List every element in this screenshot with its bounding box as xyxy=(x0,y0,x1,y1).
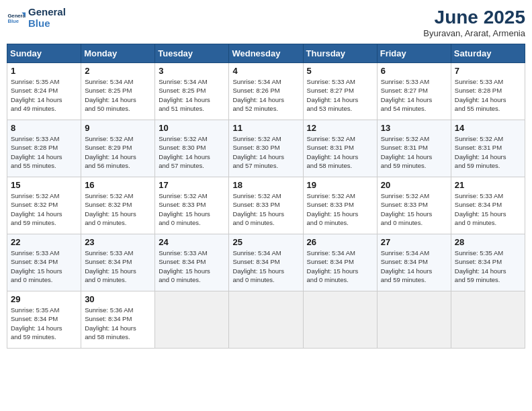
day-number: 27 xyxy=(381,237,447,247)
day-number: 13 xyxy=(381,123,447,133)
calendar-header-row: Sunday Monday Tuesday Wednesday Thursday… xyxy=(7,44,525,63)
day-number: 28 xyxy=(455,237,521,247)
day-number: 14 xyxy=(455,123,521,133)
day-cell: 1Sunrise: 5:35 AM Sunset: 8:24 PM Daylig… xyxy=(7,63,81,120)
day-number: 22 xyxy=(11,237,77,247)
day-number: 30 xyxy=(85,294,151,304)
day-info: Sunrise: 5:32 AM Sunset: 8:31 PM Dayligh… xyxy=(307,134,373,170)
day-cell: 28Sunrise: 5:35 AM Sunset: 8:34 PM Dayli… xyxy=(451,234,525,291)
day-cell: 9Sunrise: 5:32 AM Sunset: 8:29 PM Daylig… xyxy=(81,120,155,177)
day-number: 24 xyxy=(159,237,225,247)
day-cell: 25Sunrise: 5:34 AM Sunset: 8:34 PM Dayli… xyxy=(229,234,303,291)
day-info: Sunrise: 5:34 AM Sunset: 8:34 PM Dayligh… xyxy=(381,248,447,284)
day-cell: 17Sunrise: 5:32 AM Sunset: 8:33 PM Dayli… xyxy=(155,177,229,234)
day-info: Sunrise: 5:32 AM Sunset: 8:31 PM Dayligh… xyxy=(381,134,447,170)
day-info: Sunrise: 5:32 AM Sunset: 8:33 PM Dayligh… xyxy=(307,191,373,227)
day-number: 8 xyxy=(11,123,77,133)
day-cell: 3Sunrise: 5:34 AM Sunset: 8:25 PM Daylig… xyxy=(155,63,229,120)
day-cell: 14Sunrise: 5:32 AM Sunset: 8:31 PM Dayli… xyxy=(451,120,525,177)
page-header: General Blue General Blue June 2025 Byur… xyxy=(7,7,525,38)
week-row-5: 29Sunrise: 5:35 AM Sunset: 8:34 PM Dayli… xyxy=(7,291,525,349)
day-cell: 7Sunrise: 5:33 AM Sunset: 8:28 PM Daylig… xyxy=(451,63,525,120)
day-info: Sunrise: 5:32 AM Sunset: 8:30 PM Dayligh… xyxy=(232,134,299,170)
day-info: Sunrise: 5:32 AM Sunset: 8:29 PM Dayligh… xyxy=(85,134,151,170)
day-info: Sunrise: 5:33 AM Sunset: 8:28 PM Dayligh… xyxy=(455,77,521,113)
day-cell: 22Sunrise: 5:33 AM Sunset: 8:34 PM Dayli… xyxy=(7,234,81,291)
day-number: 2 xyxy=(85,66,151,76)
day-number: 4 xyxy=(232,66,299,76)
col-thursday: Thursday xyxy=(303,44,377,63)
day-number: 18 xyxy=(232,180,299,190)
day-number: 20 xyxy=(381,180,447,190)
col-wednesday: Wednesday xyxy=(229,44,303,63)
day-number: 6 xyxy=(381,66,447,76)
location: Byuravan, Ararat, Armenia xyxy=(423,28,525,38)
day-cell: 4Sunrise: 5:34 AM Sunset: 8:26 PM Daylig… xyxy=(229,63,303,120)
day-cell: 6Sunrise: 5:33 AM Sunset: 8:27 PM Daylig… xyxy=(377,63,451,120)
day-info: Sunrise: 5:33 AM Sunset: 8:27 PM Dayligh… xyxy=(381,77,447,113)
month-title: June 2025 xyxy=(423,7,525,28)
day-number: 26 xyxy=(307,237,373,247)
day-info: Sunrise: 5:36 AM Sunset: 8:34 PM Dayligh… xyxy=(85,306,151,341)
day-info: Sunrise: 5:33 AM Sunset: 8:34 PM Dayligh… xyxy=(11,248,77,284)
logo-blue: Blue xyxy=(28,18,66,30)
day-number: 1 xyxy=(11,66,77,76)
day-cell: 13Sunrise: 5:32 AM Sunset: 8:31 PM Dayli… xyxy=(377,120,451,177)
day-cell: 2Sunrise: 5:34 AM Sunset: 8:25 PM Daylig… xyxy=(81,63,155,120)
day-number: 3 xyxy=(159,66,225,76)
logo-icon: General Blue xyxy=(7,9,26,28)
day-cell: 30Sunrise: 5:36 AM Sunset: 8:34 PM Dayli… xyxy=(81,291,155,349)
day-info: Sunrise: 5:33 AM Sunset: 8:27 PM Dayligh… xyxy=(307,77,373,113)
day-info: Sunrise: 5:34 AM Sunset: 8:34 PM Dayligh… xyxy=(232,248,299,284)
day-number: 7 xyxy=(455,66,521,76)
day-cell xyxy=(155,291,229,349)
day-info: Sunrise: 5:35 AM Sunset: 8:34 PM Dayligh… xyxy=(11,306,77,341)
logo-general: General xyxy=(28,7,66,18)
day-info: Sunrise: 5:32 AM Sunset: 8:32 PM Dayligh… xyxy=(11,191,77,227)
day-number: 25 xyxy=(232,237,299,247)
day-info: Sunrise: 5:35 AM Sunset: 8:24 PM Dayligh… xyxy=(11,77,77,113)
day-cell: 12Sunrise: 5:32 AM Sunset: 8:31 PM Dayli… xyxy=(303,120,377,177)
day-cell: 10Sunrise: 5:32 AM Sunset: 8:30 PM Dayli… xyxy=(155,120,229,177)
day-info: Sunrise: 5:32 AM Sunset: 8:30 PM Dayligh… xyxy=(159,134,225,170)
col-monday: Monday xyxy=(81,44,155,63)
day-cell: 24Sunrise: 5:33 AM Sunset: 8:34 PM Dayli… xyxy=(155,234,229,291)
day-info: Sunrise: 5:32 AM Sunset: 8:33 PM Dayligh… xyxy=(232,191,299,227)
day-cell: 23Sunrise: 5:33 AM Sunset: 8:34 PM Dayli… xyxy=(81,234,155,291)
title-block: June 2025 Byuravan, Ararat, Armenia xyxy=(423,7,525,38)
week-row-2: 8Sunrise: 5:33 AM Sunset: 8:28 PM Daylig… xyxy=(7,120,525,177)
svg-text:Blue: Blue xyxy=(7,18,19,24)
day-cell xyxy=(303,291,377,349)
week-row-3: 15Sunrise: 5:32 AM Sunset: 8:32 PM Dayli… xyxy=(7,177,525,234)
day-cell: 19Sunrise: 5:32 AM Sunset: 8:33 PM Dayli… xyxy=(303,177,377,234)
day-cell xyxy=(451,291,525,349)
day-number: 23 xyxy=(85,237,151,247)
day-number: 29 xyxy=(11,294,77,304)
day-cell xyxy=(377,291,451,349)
week-row-4: 22Sunrise: 5:33 AM Sunset: 8:34 PM Dayli… xyxy=(7,234,525,291)
day-cell: 29Sunrise: 5:35 AM Sunset: 8:34 PM Dayli… xyxy=(7,291,81,349)
day-number: 15 xyxy=(11,180,77,190)
day-number: 21 xyxy=(455,180,521,190)
calendar-table: Sunday Monday Tuesday Wednesday Thursday… xyxy=(7,44,525,349)
day-cell: 16Sunrise: 5:32 AM Sunset: 8:32 PM Dayli… xyxy=(81,177,155,234)
col-friday: Friday xyxy=(377,44,451,63)
day-cell: 27Sunrise: 5:34 AM Sunset: 8:34 PM Dayli… xyxy=(377,234,451,291)
day-cell: 26Sunrise: 5:34 AM Sunset: 8:34 PM Dayli… xyxy=(303,234,377,291)
day-info: Sunrise: 5:33 AM Sunset: 8:34 PM Dayligh… xyxy=(159,248,225,284)
day-number: 10 xyxy=(159,123,225,133)
day-number: 5 xyxy=(307,66,373,76)
day-cell: 18Sunrise: 5:32 AM Sunset: 8:33 PM Dayli… xyxy=(229,177,303,234)
day-info: Sunrise: 5:34 AM Sunset: 8:34 PM Dayligh… xyxy=(307,248,373,284)
day-number: 17 xyxy=(159,180,225,190)
day-info: Sunrise: 5:34 AM Sunset: 8:25 PM Dayligh… xyxy=(159,77,225,113)
day-cell xyxy=(229,291,303,349)
day-info: Sunrise: 5:33 AM Sunset: 8:28 PM Dayligh… xyxy=(11,134,77,170)
day-cell: 15Sunrise: 5:32 AM Sunset: 8:32 PM Dayli… xyxy=(7,177,81,234)
day-info: Sunrise: 5:34 AM Sunset: 8:25 PM Dayligh… xyxy=(85,77,151,113)
day-number: 19 xyxy=(307,180,373,190)
day-cell: 21Sunrise: 5:33 AM Sunset: 8:34 PM Dayli… xyxy=(451,177,525,234)
day-cell: 20Sunrise: 5:32 AM Sunset: 8:33 PM Dayli… xyxy=(377,177,451,234)
day-number: 11 xyxy=(232,123,299,133)
day-info: Sunrise: 5:33 AM Sunset: 8:34 PM Dayligh… xyxy=(85,248,151,284)
